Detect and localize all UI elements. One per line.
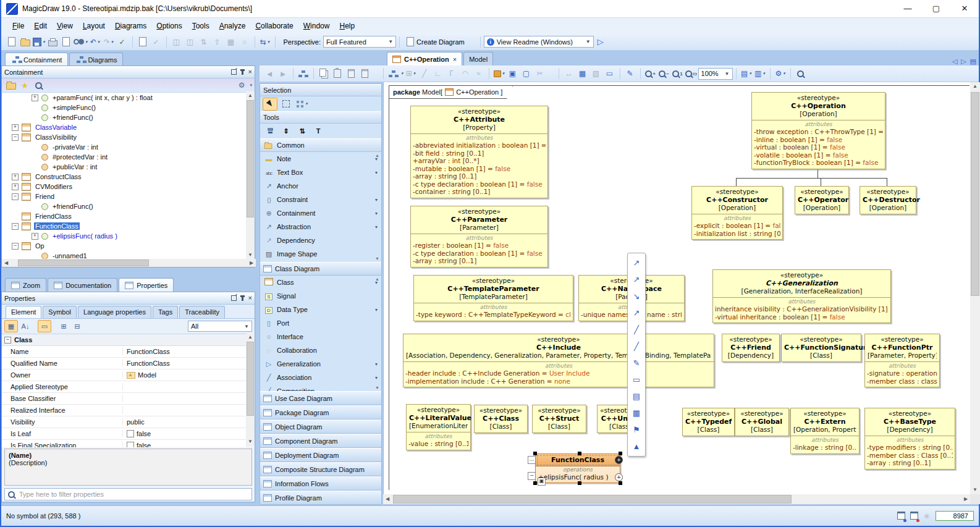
menu-item[interactable]: View	[52, 20, 78, 32]
close-icon[interactable]: ×	[248, 69, 252, 75]
find-in-diagram-button[interactable]	[795, 67, 807, 80]
favorites-button[interactable]: ★	[19, 79, 31, 91]
prev-tab-icon[interactable]: ◁	[952, 57, 957, 65]
menu-item[interactable]: Analyze	[214, 20, 251, 32]
canvas-horizontal-scrollbar[interactable]: ◀ ▶	[383, 494, 970, 504]
property-row[interactable]: Qualified Name FunctionClass	[2, 358, 246, 369]
palette-item[interactable]: Composition	[260, 384, 381, 391]
tree-node[interactable]: + CVModifiers	[2, 182, 246, 192]
common-section-header[interactable]: Common	[260, 138, 381, 152]
palette-item[interactable]: Generalization ▾	[260, 357, 381, 371]
palette-item[interactable]: Anchor	[260, 179, 381, 193]
palette-item[interactable]: Note ▾	[260, 152, 381, 166]
stereotype-box[interactable]: «stereotype» C++Friend [Dependency]	[722, 334, 780, 362]
properties-tab[interactable]: Symbol	[43, 306, 77, 318]
properties-filter-select[interactable]: All▼	[188, 321, 252, 332]
palette-section-header[interactable]: Package Diagram	[260, 405, 381, 419]
collab-lock-button[interactable]: ○	[239, 36, 251, 48]
window-button[interactable]: ▭	[604, 67, 616, 80]
grid-button[interactable]: ▦	[577, 67, 589, 80]
pencil-line-tool[interactable]: ✎	[628, 355, 645, 371]
close-button[interactable]: ✕	[950, 0, 979, 17]
stereotype-box[interactable]: «stereotype» C++FunctionPtr [Parameter, …	[864, 334, 940, 387]
zoom-fit-button[interactable]: ▭	[685, 67, 698, 80]
smart-add-icon[interactable]: +	[615, 473, 623, 481]
to-front-button[interactable]: ▣	[507, 67, 519, 80]
tab-list-icon[interactable]: ▤	[970, 57, 976, 65]
diagram-tab[interactable]: Model	[463, 52, 493, 65]
stereotype-box[interactable]: «stereotype» C++Parameter [Parameter] at…	[410, 206, 548, 268]
redo-button[interactable]: ↷▾	[103, 36, 115, 48]
tree-node[interactable]: − Op	[2, 241, 246, 251]
run-readme-button[interactable]: ▷	[598, 37, 604, 46]
stereotype-box[interactable]: «stereotype» C++Class [Class]	[474, 405, 528, 433]
stereotype-box[interactable]: «stereotype» C++Typedef [Class]	[682, 408, 735, 436]
eraser-button[interactable]: ✂	[534, 67, 546, 80]
collab-commit-button[interactable]: ⇧	[211, 36, 224, 48]
menu-item[interactable]: Collaborate	[250, 20, 298, 32]
vertical-spread-tool[interactable]: ⇕	[279, 125, 294, 138]
collapse-toolbar[interactable]: ▲	[628, 438, 645, 455]
title-bar[interactable]: MagicDraw 19.0 - Stereotipai.mdzip.bak […	[1, 0, 979, 17]
expand-toggle[interactable]: −	[12, 193, 19, 200]
collab-projects-button[interactable]: ◫	[171, 36, 183, 48]
sticky-tool[interactable]	[263, 125, 277, 138]
stereotype-box[interactable]: «stereotype» C++Operation [Operation] at…	[751, 92, 885, 169]
quick-layout-button[interactable]: ▾	[387, 67, 403, 80]
tree-node[interactable]: +simpleFunc()	[2, 103, 246, 112]
expand-toggle[interactable]: −	[12, 134, 19, 141]
properties-tab[interactable]: Element	[6, 306, 41, 318]
palette-item[interactable]: Constraint ▾	[260, 193, 381, 206]
validate-button[interactable]: ✓	[150, 36, 163, 48]
search-button[interactable]	[32, 79, 44, 91]
menu-item[interactable]: Layout	[78, 20, 110, 32]
menu-item[interactable]: Options	[151, 20, 187, 32]
resize-handle[interactable]	[533, 481, 537, 485]
link-target-tool[interactable]: ↗	[628, 271, 645, 288]
menu-item[interactable]: Tools	[187, 20, 214, 32]
resize-handle[interactable]	[578, 452, 581, 455]
stereotype-box[interactable]: «stereotype» C++Global [Class]	[735, 408, 789, 436]
pin-icon[interactable]	[242, 70, 243, 75]
switch-project-button[interactable]: ⇆▾	[259, 36, 271, 48]
select-in-containment-button[interactable]	[297, 67, 310, 80]
diagram-layers-button[interactable]: ✎	[624, 67, 636, 80]
tree-node[interactable]: +publicVar : int	[2, 162, 246, 172]
vertical-compact-tool[interactable]: ⇅	[295, 125, 310, 138]
palette-section-header[interactable]: Information Flows	[260, 476, 381, 491]
diagram-tab[interactable]: C++Operation ×	[387, 52, 462, 65]
paste-button[interactable]	[331, 67, 344, 80]
palette-item[interactable]: Data Type ▾	[260, 303, 381, 316]
palette-item[interactable]: Containment ▾	[260, 206, 381, 220]
menu-item[interactable]: Window	[298, 20, 335, 32]
left-bottom-tab[interactable]: Zoom	[5, 278, 46, 292]
tree-node[interactable]: #protectedVar : int	[2, 152, 246, 162]
gear-icon[interactable]: ⚙	[239, 81, 245, 90]
canvas-vertical-scrollbar[interactable]: ▲ ▼	[970, 82, 980, 494]
perspective-select[interactable]: Full Featured▼	[323, 36, 396, 48]
print-button[interactable]	[46, 36, 59, 48]
property-row[interactable]: Realized Interface	[2, 405, 246, 416]
resize-handle[interactable]	[619, 481, 622, 485]
stereotype-box[interactable]: «stereotype» C++Operator [Operation]	[795, 186, 849, 214]
stereotype-box[interactable]: «stereotype» C++Struct [Class]	[532, 405, 586, 433]
autosize-button[interactable]: ↔	[563, 67, 575, 80]
palette-item[interactable]: Interface	[260, 330, 381, 344]
palette-item[interactable]: Image Shape	[260, 247, 381, 261]
zoom-in-button[interactable]: +	[644, 67, 657, 80]
image-shape-tool[interactable]: ▦	[628, 405, 645, 421]
show-description-button[interactable]: ▭	[38, 320, 51, 332]
property-group-header[interactable]: −Class	[2, 334, 246, 346]
palette-section-header[interactable]: Profile Diagram	[260, 491, 381, 505]
functionclass-symbol[interactable]: FunctionClass operations +elipsisFunc( r…	[535, 453, 620, 483]
select-tool[interactable]	[263, 98, 277, 111]
palette-section-header[interactable]: Component Diagram	[260, 434, 381, 448]
properties-tab[interactable]: Traceability	[179, 306, 225, 318]
stereotype-box[interactable]: «stereotype» C++LiteralValue [Enumeratio…	[406, 404, 471, 450]
new-project-button[interactable]	[6, 36, 18, 48]
spelling-button[interactable]: ✓	[116, 36, 129, 48]
expand-toggle[interactable]: +	[32, 233, 38, 240]
show-diagram-info-button[interactable]: ▤▾	[740, 67, 753, 80]
left-bottom-tab[interactable]: Documentation	[48, 278, 117, 292]
save-project-button[interactable]: ▾	[33, 36, 45, 48]
